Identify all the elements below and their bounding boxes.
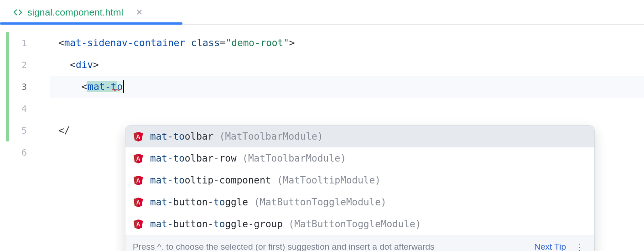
punct: < <box>82 81 88 92</box>
punct: < <box>58 37 64 48</box>
completion-text: mat-toolbar-row (MatToolbarModule) <box>150 153 346 164</box>
tab-file-name: signal.component.html <box>27 7 123 18</box>
punct: < <box>70 59 76 70</box>
footer-hint: Press ^. to choose the selected (or firs… <box>133 242 435 251</box>
completion-text: mat-button-toggle-group (MatButtonToggle… <box>150 219 421 230</box>
editor-area: 1 2 3 4 5 6 <mat-sidenav-container class… <box>0 25 644 251</box>
completion-item[interactable]: A mat-button-toggle-group (MatButtonTogg… <box>125 213 594 235</box>
val: "demo-root" <box>226 37 289 48</box>
completion-text: mat-button-toggle (MatButtonToggleModule… <box>150 197 386 208</box>
gutter: 1 2 3 4 5 6 <box>0 25 50 251</box>
completion-popup: A mat-toolbar (MatToolbarModule) A mat-t… <box>125 125 595 251</box>
code-area[interactable]: <mat-sidenav-container class="demo-root"… <box>50 25 644 251</box>
code-line-active[interactable]: <mat-to <box>50 76 644 98</box>
svg-text:A: A <box>136 156 140 162</box>
completion-item[interactable]: A mat-button-toggle (MatButtonToggleModu… <box>125 191 594 213</box>
indent <box>58 81 82 92</box>
line-number[interactable]: 6 <box>0 141 50 163</box>
punct: </ <box>58 125 70 136</box>
completion-text: mat-toolbar (MatToolbarModule) <box>150 131 323 142</box>
tag: mat-sidenav-container <box>64 37 186 48</box>
completion-item[interactable]: A mat-tooltip-component (MatTooltipModul… <box>125 169 594 191</box>
error-squiggle <box>112 89 122 90</box>
completion-text: mat-tooltip-component (MatTooltipModule) <box>150 175 381 186</box>
tag: div <box>76 59 93 70</box>
angular-icon: A <box>133 175 144 186</box>
punct: > <box>93 59 99 70</box>
code-line[interactable] <box>50 98 644 120</box>
completion-item[interactable]: A mat-toolbar (MatToolbarModule) <box>125 126 594 147</box>
angular-icon: A <box>133 219 144 230</box>
angular-icon: A <box>133 153 144 164</box>
next-tip-link[interactable]: Next Tip <box>534 242 566 251</box>
eq: = <box>220 37 226 48</box>
angular-icon: A <box>133 131 144 142</box>
code-line[interactable]: <div> <box>50 54 644 76</box>
text-caret <box>123 80 124 93</box>
angular-icon: A <box>133 197 144 208</box>
svg-text:A: A <box>136 134 140 140</box>
code-line[interactable]: <mat-sidenav-container class="demo-root"… <box>50 32 644 54</box>
kebab-menu-icon[interactable]: ⋮ <box>572 241 587 251</box>
attr: class <box>191 37 220 48</box>
indent <box>58 59 70 70</box>
svg-text:A: A <box>136 178 140 184</box>
close-tab-icon[interactable]: ✕ <box>136 7 143 17</box>
svg-text:A: A <box>136 221 140 228</box>
vcs-change-bar <box>6 32 9 141</box>
svg-text:A: A <box>136 199 140 206</box>
tag-rest: o <box>117 81 123 93</box>
completion-item[interactable]: A mat-toolbar-row (MatToolbarModule) <box>125 147 594 169</box>
code-file-icon <box>13 7 23 17</box>
punct: > <box>289 37 295 48</box>
editor-tab[interactable]: signal.component.html ✕ <box>8 0 147 24</box>
tab-bar: signal.component.html ✕ <box>0 0 644 25</box>
popup-footer: Press ^. to choose the selected (or firs… <box>125 235 594 251</box>
